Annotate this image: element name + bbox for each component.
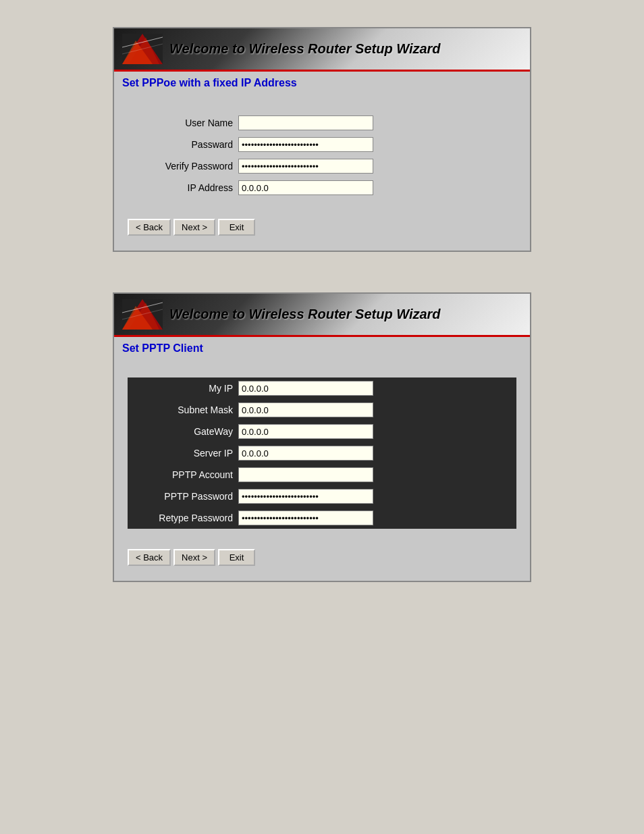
- panel2-header-title: Welcome to Wireless Router Setup Wizard: [169, 307, 441, 322]
- table-row: GateWay: [128, 421, 516, 442]
- field-cell-username: [236, 112, 516, 134]
- table-row: Subnet Mask: [128, 399, 516, 421]
- wizard-logo-1: [122, 34, 163, 64]
- table-row: Retype Password: [128, 507, 516, 529]
- field-cell-retype-password: [236, 507, 516, 529]
- table-row: My IP: [128, 377, 516, 399]
- panel1-header-title: Welcome to Wireless Router Setup Wizard: [169, 41, 441, 57]
- field-label-ip: IP Address: [128, 177, 236, 199]
- pptp-password-input[interactable]: [238, 489, 373, 504]
- panel1-container: Welcome to Wireless Router Setup Wizard …: [113, 27, 531, 252]
- field-cell-pptp-account: [236, 464, 516, 486]
- panel2-form-table: My IP Subnet Mask GateWay: [128, 371, 516, 536]
- panel2-subtitle: Set PPTP Client: [114, 337, 530, 360]
- field-label-pptp-password: PPTP Password: [128, 486, 236, 507]
- gateway-input[interactable]: [238, 424, 373, 439]
- field-label-username: User Name: [128, 112, 236, 134]
- field-label-myip: My IP: [128, 377, 236, 399]
- panel1-next-button[interactable]: Next >: [173, 219, 215, 236]
- username-input[interactable]: [238, 115, 373, 130]
- table-row: Passward: [128, 134, 516, 155]
- verify-password-input[interactable]: [238, 159, 373, 174]
- panel2-next-button[interactable]: Next >: [173, 549, 215, 566]
- password-input[interactable]: [238, 137, 373, 152]
- panel2-header: Welcome to Wireless Router Setup Wizard: [114, 294, 530, 337]
- table-row: PPTP Password: [128, 486, 516, 507]
- field-cell-serverip: [236, 442, 516, 464]
- wizard-logo-2: [122, 299, 163, 330]
- field-cell-password: [236, 134, 516, 155]
- panel1-header: Welcome to Wireless Router Setup Wizard: [114, 28, 530, 72]
- field-label-gateway: GateWay: [128, 421, 236, 442]
- field-cell-pptp-password: [236, 486, 516, 507]
- table-row: Server IP: [128, 442, 516, 464]
- field-cell-ip: [236, 177, 516, 199]
- panel2-button-row: < Back Next > Exit: [128, 542, 516, 570]
- panel1-subtitle: Set PPPoe with a fixed IP Address: [114, 72, 530, 95]
- field-cell-verify-password: [236, 155, 516, 177]
- panel1-back-button[interactable]: < Back: [128, 219, 171, 236]
- subnet-mask-input[interactable]: [238, 402, 373, 417]
- myip-input[interactable]: [238, 381, 373, 396]
- table-row: Verify Password: [128, 155, 516, 177]
- panel1-body: User Name Passward Verify Password: [114, 95, 530, 251]
- field-label-subnet: Subnet Mask: [128, 399, 236, 421]
- field-cell-subnet: [236, 399, 516, 421]
- field-label-password: Passward: [128, 134, 236, 155]
- pptp-account-input[interactable]: [238, 467, 373, 482]
- table-row: User Name: [128, 112, 516, 134]
- field-label-serverip: Server IP: [128, 442, 236, 464]
- panel2-body: My IP Subnet Mask GateWay: [114, 360, 530, 581]
- table-row: PPTP Account: [128, 464, 516, 486]
- panel1-button-row: < Back Next > Exit: [128, 212, 516, 240]
- panel2-back-button[interactable]: < Back: [128, 549, 171, 566]
- field-label-pptp-account: PPTP Account: [128, 464, 236, 486]
- field-cell-myip: [236, 377, 516, 399]
- panel1-form-table: User Name Passward Verify Password: [128, 105, 516, 205]
- field-cell-gateway: [236, 421, 516, 442]
- panel2-container: Welcome to Wireless Router Setup Wizard …: [113, 292, 531, 582]
- panel2-exit-button[interactable]: Exit: [218, 549, 255, 566]
- ip-address-input[interactable]: [238, 180, 373, 195]
- table-row: IP Address: [128, 177, 516, 199]
- server-ip-input[interactable]: [238, 446, 373, 461]
- field-label-verify-password: Verify Password: [128, 155, 236, 177]
- field-label-retype-password: Retype Password: [128, 507, 236, 529]
- panel1-exit-button[interactable]: Exit: [218, 219, 255, 236]
- retype-password-input[interactable]: [238, 511, 373, 525]
